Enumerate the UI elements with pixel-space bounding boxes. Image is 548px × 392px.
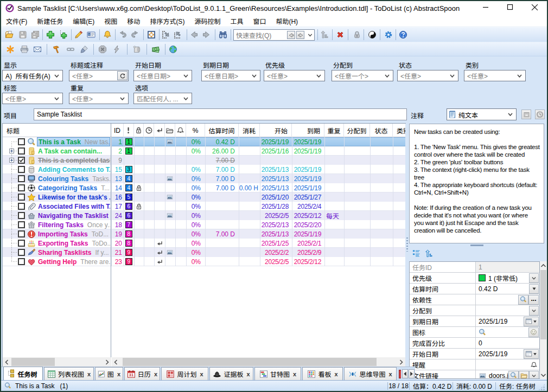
tab-close-icon[interactable]: x (87, 371, 91, 377)
attribute-value[interactable]: ... (476, 294, 539, 305)
maximize-button[interactable] (502, 0, 518, 14)
calendar-dropdown-button[interactable] (524, 349, 539, 359)
task-row-20[interactable]: Exporting TasksToDo...2080%2025/1/252025… (3, 239, 405, 248)
task-row-15[interactable]: Adding Comments to T...1530%7.00 D2025/1… (3, 165, 405, 174)
attribute-value[interactable] (476, 327, 539, 337)
task-row-17[interactable]: Associated Files with T...1760%2025/1/28… (3, 202, 405, 211)
comments-format-combo[interactable]: 纯文本 (447, 108, 517, 120)
filter-combo-5[interactable]: <任意一个> (332, 70, 393, 81)
task-row-21[interactable]: Sharing TasklistsIf y...2190%2025/2/2202… (3, 248, 405, 257)
tree-pane-splitter[interactable] (111, 124, 111, 357)
sort-button[interactable] (318, 28, 331, 41)
tab-任务树[interactable]: 任务树 (3, 367, 43, 380)
task-title-cell[interactable]: Likewise for the task's ... (37, 192, 110, 202)
task-row-16[interactable]: Likewise for the task's ...1650%2025/1/2… (3, 192, 405, 202)
tab-列表视图[interactable]: 列表视图x (44, 367, 94, 380)
scroll-down-icon[interactable] (540, 371, 547, 379)
column-header-spent[interactable]: 消耗 (239, 124, 260, 137)
move-task-right-button[interactable] (160, 28, 173, 41)
column-header-start[interactable]: 开始 (260, 124, 292, 137)
menu-item-8[interactable]: 窗口 (248, 15, 271, 27)
tab-周计划[interactable]: 周计划x (161, 367, 208, 380)
column-header-lock-icon[interactable] (134, 124, 144, 137)
filter-combo-10[interactable]: 匹配任何人, ... (133, 93, 192, 104)
column-header-title[interactable]: 标题 (3, 124, 111, 137)
reminder-button[interactable] (528, 360, 539, 370)
time-track-button[interactable] (50, 43, 63, 56)
preferences-button[interactable] (382, 28, 395, 41)
attribute-value[interactable]: 1 (非常低) (476, 273, 539, 283)
sort-attrib-icon[interactable] (425, 249, 433, 258)
column-header-id[interactable]: ID (111, 124, 124, 137)
menu-item-2[interactable]: 编辑(E) (68, 15, 99, 27)
task-checkbox[interactable] (18, 240, 25, 247)
expand-plus-icon[interactable] (9, 158, 14, 163)
task-title-cell[interactable]: Associated Files with T... (37, 202, 110, 211)
ellipsis-button[interactable]: ... (528, 295, 539, 305)
spellcheck-button[interactable] (4, 43, 17, 56)
task-title-cell[interactable]: Navigating the Tasklist (37, 211, 110, 220)
attribute-value[interactable] (476, 359, 539, 370)
task-row-18[interactable]: Filtering TasksOnce y...1870%2025/2/1320… (3, 220, 405, 229)
task-title-cell[interactable]: Importing TasksToD... (37, 229, 110, 239)
tab-思维导图[interactable]: 思维导图x (344, 367, 397, 380)
task-checkbox[interactable] (18, 221, 25, 228)
scroll-up-icon[interactable] (540, 261, 547, 269)
column-header-percent[interactable]: % (186, 124, 205, 137)
minimize-button[interactable] (477, 0, 494, 14)
attribute-row-3[interactable]: 依赖性... (410, 294, 539, 305)
icon-picker-button[interactable] (528, 327, 539, 337)
tab-scroll-right-button[interactable] (409, 369, 415, 378)
tab-图[interactable]: 图x (95, 367, 123, 380)
task-row-1[interactable]: This is a TaskNew tas...110%0.42 D2025/1… (3, 137, 405, 146)
menu-item-6[interactable]: 源码控制 (189, 15, 225, 27)
link-button[interactable] (64, 43, 77, 56)
dropdown-button[interactable] (529, 273, 539, 283)
reminder-button[interactable] (101, 28, 114, 41)
tab-close-icon[interactable]: x (388, 371, 392, 377)
filter-combo-3[interactable]: <任意日期> (201, 70, 260, 81)
tab-close-icon[interactable]: x (334, 371, 337, 377)
column-header-due[interactable]: 到期 (292, 124, 324, 137)
column-header-estimate[interactable]: 估算时间 (205, 124, 239, 137)
task-title-cell[interactable]: Categorizing TasksT... (37, 183, 110, 192)
column-header-allocto[interactable]: 分配到 (344, 124, 370, 137)
menu-item-7[interactable]: 工具 (225, 15, 248, 27)
attribute-row-4[interactable]: 分配到 (410, 305, 539, 316)
task-checkbox[interactable] (18, 258, 25, 265)
cleanup-button[interactable] (78, 43, 91, 56)
task-checkbox[interactable] (18, 175, 25, 182)
filter-combo-2[interactable]: <任意日期> (133, 70, 192, 81)
email-button[interactable] (31, 43, 44, 56)
scrollbar-thumb[interactable] (11, 358, 55, 366)
task-title-cell[interactable]: Sharing TasklistsIf y... (37, 248, 110, 257)
tab-close-icon[interactable]: x (293, 371, 296, 377)
tab-close-icon[interactable]: x (117, 371, 120, 377)
attribute-value[interactable] (476, 305, 539, 316)
task-checkbox[interactable] (18, 157, 25, 164)
scroll-left-icon[interactable] (3, 357, 11, 367)
task-title-cell[interactable]: This is a completed task (37, 156, 110, 165)
calendar-dropdown-button[interactable] (524, 317, 539, 326)
tab-甘特图[interactable]: 甘特图x (254, 367, 301, 380)
flash-button[interactable] (110, 43, 123, 56)
task-checkbox[interactable] (18, 147, 25, 155)
delete-task-button[interactable] (334, 28, 347, 41)
task-row-9[interactable]: This is a completed task97.00 D (3, 156, 405, 165)
browse-button[interactable] (518, 295, 528, 305)
attribute-value[interactable]: 2025/1/19 (476, 349, 539, 359)
tab-证据板[interactable]: 证据板x (209, 367, 253, 380)
attribute-row-7[interactable]: 完成百分比0 (410, 338, 539, 349)
task-checkbox[interactable] (18, 230, 25, 237)
style-button[interactable] (366, 28, 379, 41)
filter-combo-0[interactable]: A) 所有任务(A) (2, 70, 63, 81)
scroll-right-icon[interactable] (397, 357, 405, 367)
attribute-value[interactable]: 2025/1/19 (476, 316, 539, 326)
project-input[interactable]: Sample Tasklist (34, 108, 407, 120)
attribute-value[interactable]: 1 (476, 262, 539, 272)
cancel-button[interactable] (96, 43, 109, 56)
scrollbar-thumb[interactable] (123, 358, 377, 366)
task-checkbox[interactable] (18, 212, 25, 219)
comments-attr-splitter[interactable] (470, 245, 483, 246)
prev-task-button[interactable] (188, 28, 201, 41)
